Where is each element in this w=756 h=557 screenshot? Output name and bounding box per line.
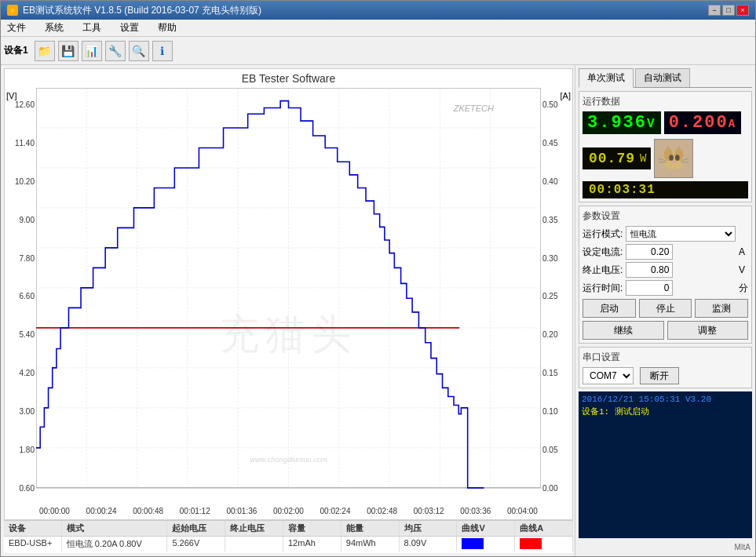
power-time-row: 00.79 W <box>583 139 748 178</box>
chart-area: EB Tester Software [V] [A] 12.60 11.40 1… <box>4 68 573 520</box>
maximize-button[interactable]: □ <box>722 5 735 16</box>
main-window: ⚡ EB测试系统软件 V1.8.5 (Build 2016-03-07 充电头特… <box>0 0 756 557</box>
time-label: 运行时间: <box>583 282 623 295</box>
power-value: 00.79 <box>586 149 638 168</box>
run-data-title: 运行数据 <box>583 95 748 108</box>
col-curve-a: 曲线A <box>515 521 573 536</box>
minimize-button[interactable]: − <box>708 5 721 16</box>
current-unit: A <box>739 246 748 257</box>
info-button[interactable]: ℹ <box>152 41 173 61</box>
port-select[interactable]: COM7 COM1 COM2 COM3 COM4 COM5 COM6 COM8 <box>583 367 634 384</box>
cat-svg <box>655 139 692 178</box>
svg-point-32 <box>670 155 674 161</box>
cell-mode: 恒电流 0.20A 0.80V <box>62 537 168 552</box>
params-section: 参数设置 运行模式: 恒电流 设定电流: A 终止电压: V <box>579 206 752 344</box>
col-curve-v: 曲线V <box>457 521 515 536</box>
menu-file[interactable]: 文件 <box>4 21 29 35</box>
continue-button[interactable]: 继续 <box>583 321 664 340</box>
port-section: 串口设置 COM7 COM1 COM2 COM3 COM4 COM5 COM6 … <box>579 347 752 388</box>
adjust-button[interactable]: 调整 <box>667 321 749 340</box>
voltage-label: 终止电压: <box>583 264 623 277</box>
chart-button[interactable]: 📊 <box>82 41 102 61</box>
main-content: EB Tester Software [V] [A] 12.60 11.40 1… <box>1 65 755 556</box>
col-device: 设备 <box>4 521 62 536</box>
time-row: 00:03:31 <box>583 181 748 198</box>
col-energy: 能量 <box>341 521 400 536</box>
y-axis-left: 12.60 11.40 10.20 9.00 7.80 6.60 5.40 4.… <box>5 88 36 505</box>
close-button[interactable]: × <box>736 5 749 16</box>
toolbar: 设备1 📁 💾 📊 🔧 🔍 ℹ <box>1 37 755 65</box>
table-header: 设备 模式 起始电压 终止电压 容量 能量 均压 曲线V 曲线A <box>4 521 573 537</box>
col-end-v: 终止电压 <box>225 521 283 536</box>
menu-help[interactable]: 帮助 <box>155 21 180 35</box>
settings-button[interactable]: 🔧 <box>105 41 126 61</box>
title-bar: ⚡ EB测试系统软件 V1.8.5 (Build 2016-03-07 充电头特… <box>1 1 755 20</box>
run-data: 3.936V 0.200A 00.79 W <box>583 111 748 198</box>
menu-system[interactable]: 系统 <box>42 21 67 35</box>
cell-energy: 94mWh <box>341 537 400 552</box>
col-start-v: 起始电压 <box>167 521 225 536</box>
svg-text:www.chongdiuntou.com: www.chongdiuntou.com <box>250 454 327 463</box>
stop-button[interactable]: 停止 <box>639 299 692 318</box>
power-row: 00.79 W <box>583 147 651 169</box>
log-line-1: 2016/12/21 15:05:31 V3.20 <box>582 395 749 404</box>
window-title: EB测试系统软件 V1.8.5 (Build 2016-03-07 充电头特别版… <box>23 4 261 17</box>
right-panel: 单次测试 自动测试 运行数据 3.936V 0.200A <box>575 65 755 556</box>
cell-device: EBD-USB+ <box>4 537 62 552</box>
menu-tools[interactable]: 工具 <box>79 21 104 35</box>
x-axis: 00:00:00 00:00:24 00:00:48 00:01:12 00:0… <box>5 505 572 519</box>
cell-curve-a <box>515 537 573 552</box>
app-icon: ⚡ <box>7 5 18 16</box>
run-data-section: 运行数据 3.936V 0.200A 00.79 W <box>579 91 752 202</box>
search-button[interactable]: 🔍 <box>129 41 149 61</box>
curve-a-color <box>520 538 542 549</box>
time-unit: 分 <box>739 282 748 295</box>
cell-capacity: 12mAh <box>283 537 341 552</box>
menu-settings[interactable]: 设置 <box>117 21 142 35</box>
cell-end-v <box>225 537 283 552</box>
voltage-current-row: 3.936V 0.200A <box>583 111 748 134</box>
data-table: 设备 模式 起始电压 终止电压 容量 能量 均压 曲线V 曲线A EBD-USB… <box>4 520 573 553</box>
current-label: 设定电流: <box>583 246 623 259</box>
mode-select[interactable]: 恒电流 <box>626 226 736 242</box>
window-controls: − □ × <box>708 5 749 16</box>
y-right-label: [A] <box>561 91 571 100</box>
param-grid: 运行模式: 恒电流 设定电流: A 终止电压: V 运行时间: <box>583 226 748 296</box>
save-button[interactable]: 💾 <box>58 41 79 61</box>
table-row: EBD-USB+ 恒电流 0.20A 0.80V 5.266V 12mAh 94… <box>4 537 573 552</box>
menu-bar: 文件 系统 工具 设置 帮助 <box>1 20 755 37</box>
col-mode: 模式 <box>62 521 168 536</box>
col-capacity: 容量 <box>283 521 341 536</box>
open-button[interactable]: 📁 <box>35 41 55 61</box>
params-title: 参数设置 <box>583 209 748 223</box>
y-axis-right: 0.50 0.45 0.40 0.35 0.30 0.25 0.20 0.15 … <box>541 88 572 505</box>
curve-v-color <box>462 538 484 549</box>
time-input[interactable] <box>626 280 673 296</box>
tab-row: 单次测试 自动测试 <box>579 68 752 88</box>
zketech-watermark: ZKETECH <box>454 104 494 113</box>
voltage-unit: V <box>739 264 748 275</box>
voltage-display: 3.936V <box>583 111 661 134</box>
power-unit: W <box>638 151 648 166</box>
y-left-label: [V] <box>6 91 16 100</box>
tab-auto[interactable]: 自动测试 <box>635 68 690 87</box>
disconnect-button[interactable]: 断开 <box>640 367 679 384</box>
chart-title: EB Tester Software <box>5 69 572 88</box>
svg-point-34 <box>672 161 677 164</box>
bottom-credit: MItA <box>579 541 752 553</box>
start-button[interactable]: 启动 <box>583 299 636 318</box>
mode-label: 运行模式: <box>583 228 623 241</box>
voltage-input[interactable] <box>626 262 673 278</box>
title-bar-left: ⚡ EB测试系统软件 V1.8.5 (Build 2016-03-07 充电头特… <box>7 4 261 17</box>
port-row: COM7 COM1 COM2 COM3 COM4 COM5 COM6 COM8 … <box>583 367 748 384</box>
time-value: 00:03:31 <box>586 181 659 198</box>
log-area: 2016/12/21 15:05:31 V3.20 设备1: 测试启动 <box>579 391 752 538</box>
monitor-button[interactable]: 监测 <box>695 299 748 318</box>
control-buttons-row2: 继续 调整 <box>583 321 748 340</box>
cell-avg-v: 8.09V <box>400 537 458 552</box>
tab-single[interactable]: 单次测试 <box>579 68 634 88</box>
current-input[interactable] <box>626 244 673 260</box>
current-display: 0.200A <box>664 111 741 134</box>
control-buttons-row1: 启动 停止 监测 <box>583 299 748 318</box>
col-avg-v: 均压 <box>400 521 458 536</box>
